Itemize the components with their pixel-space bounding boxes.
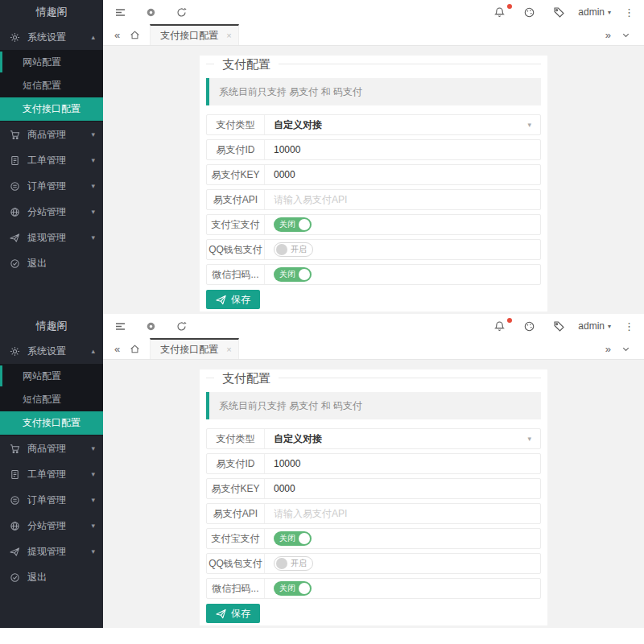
epay-id-input[interactable]: [274, 144, 531, 155]
epay-api-input[interactable]: [274, 194, 531, 205]
form-row-epay-key: 易支付KEY: [206, 164, 541, 185]
notification-dot: [507, 4, 512, 9]
caret-down-icon: ▾: [91, 496, 95, 504]
expand-right-icon[interactable]: »: [605, 29, 611, 41]
form-row-payment-type: 支付类型 自定义对接 ▾: [206, 114, 541, 135]
notification-dot: [507, 318, 512, 323]
sidebar-item-product-management[interactable]: 商品管理 ▾: [0, 122, 103, 147]
chevron-down-icon: ▾: [527, 435, 531, 443]
field-label: 易支付KEY: [207, 165, 265, 184]
gear-icon: [10, 345, 21, 357]
chevron-down-icon[interactable]: [621, 344, 631, 354]
tab-payment-interface-config[interactable]: 支付接口配置 ×: [150, 338, 238, 359]
content-area: 支付配置 系统目前只支持 易支付 和 码支付 支付类型 自定义对接 ▾ 易支付I…: [103, 360, 644, 628]
top-header: admin ▾ ⋮: [103, 314, 644, 338]
sidebar-item-withdraw-management[interactable]: 提现管理 ▾: [0, 539, 103, 564]
toggle-text: 关闭: [279, 219, 295, 230]
sidebar-item-sms-config[interactable]: 短信配置: [0, 74, 103, 97]
sidebar-item-website-config[interactable]: 网站配置: [0, 51, 103, 74]
field-value: [265, 190, 540, 209]
header-right-icons: admin ▾ ⋮: [493, 320, 634, 332]
bell-icon[interactable]: [493, 320, 506, 332]
sidebar-item-workorder-management[interactable]: 工单管理 ▾: [0, 461, 103, 487]
toggle-text: 开启: [291, 244, 307, 255]
qq-wallet-toggle[interactable]: 开启: [274, 556, 313, 571]
sidebar-item-workorder-management[interactable]: 工单管理 ▾: [0, 147, 103, 173]
epay-key-input[interactable]: [274, 483, 531, 494]
chevron-down-icon: ▾: [527, 121, 531, 129]
save-button[interactable]: 保存: [206, 604, 260, 623]
alipay-toggle[interactable]: 关闭: [274, 531, 312, 546]
sidebar-item-system-settings[interactable]: 系统设置 ▴: [0, 24, 103, 50]
home-icon[interactable]: [130, 344, 140, 354]
gear-icon[interactable]: [145, 6, 157, 19]
collapse-left-icon[interactable]: «: [114, 343, 120, 355]
order-icon: [10, 494, 21, 506]
caret-down-icon: ▾: [91, 130, 95, 138]
more-vertical-icon[interactable]: ⋮: [624, 321, 634, 332]
sidebar-item-label: 分站管理: [27, 205, 91, 219]
caret-down-icon: ▾: [91, 182, 95, 190]
sidebar-item-logout[interactable]: 退出: [0, 564, 103, 590]
document-icon: [10, 155, 21, 166]
toggle-knob: [276, 558, 287, 569]
refresh-icon[interactable]: [175, 320, 188, 332]
wechat-scan-toggle[interactable]: 关闭: [274, 267, 312, 282]
sidebar: 情趣阁 系统设置 ▴ 网站配置 短信配置 支付接口配置 商品管理 ▾ 工单: [0, 314, 103, 628]
sidebar-item-label: 退出: [27, 257, 95, 270]
sidebar-item-order-management[interactable]: 订单管理 ▾: [0, 173, 103, 199]
qq-wallet-toggle[interactable]: 开启: [274, 242, 313, 257]
plane-icon: [10, 546, 21, 557]
menu-toggle-icon[interactable]: [114, 320, 126, 332]
sidebar-item-logout[interactable]: 退出: [0, 250, 103, 276]
cart-icon: [10, 443, 21, 454]
alipay-toggle[interactable]: 关闭: [274, 217, 312, 232]
epay-api-input[interactable]: [274, 508, 531, 519]
collapse-left-icon[interactable]: «: [114, 29, 120, 41]
tag-icon[interactable]: [553, 320, 565, 332]
payment-type-select[interactable]: 自定义对接 ▾: [265, 429, 540, 448]
sidebar-item-website-config[interactable]: 网站配置: [0, 365, 103, 388]
user-menu[interactable]: admin ▾: [578, 320, 611, 332]
gear-icon[interactable]: [145, 320, 157, 332]
save-button[interactable]: 保存: [206, 290, 260, 309]
user-menu[interactable]: admin ▾: [578, 6, 611, 18]
home-icon[interactable]: [130, 30, 140, 40]
info-alert: 系统目前只支持 易支付 和 码支付: [206, 392, 541, 419]
form-row-epay-id: 易支付ID: [206, 453, 541, 474]
palette-icon[interactable]: [523, 320, 535, 332]
refresh-icon[interactable]: [175, 6, 188, 19]
chevron-down-icon[interactable]: [621, 30, 631, 40]
close-icon[interactable]: ×: [226, 31, 231, 40]
more-vertical-icon[interactable]: ⋮: [624, 7, 634, 18]
sidebar-item-payment-interface-config[interactable]: 支付接口配置: [0, 97, 103, 121]
sidebar-item-order-management[interactable]: 订单管理 ▾: [0, 487, 103, 513]
expand-right-icon[interactable]: »: [605, 343, 611, 355]
sidebar-submenu: 网站配置 短信配置 支付接口配置: [0, 364, 103, 436]
sidebar-item-sms-config[interactable]: 短信配置: [0, 388, 103, 411]
form-row-qq-wallet: QQ钱包支付 开启: [206, 553, 541, 574]
field-value: 关闭: [265, 215, 540, 234]
sidebar-item-system-settings[interactable]: 系统设置 ▴: [0, 338, 103, 364]
bell-icon[interactable]: [493, 6, 506, 19]
sidebar-item-label: 工单管理: [27, 468, 91, 481]
caret-up-icon: ▴: [91, 33, 95, 41]
sidebar-item-payment-interface-config[interactable]: 支付接口配置: [0, 411, 103, 435]
menu-toggle-icon[interactable]: [114, 6, 126, 19]
main-column: admin ▾ ⋮ « 支付接口配置 × »: [103, 0, 644, 314]
epay-id-input[interactable]: [274, 458, 531, 469]
tag-icon[interactable]: [553, 6, 565, 19]
tab-payment-interface-config[interactable]: 支付接口配置 ×: [150, 24, 238, 45]
sidebar-item-substation-management[interactable]: 分站管理 ▾: [0, 199, 103, 225]
palette-icon[interactable]: [523, 6, 535, 19]
close-icon[interactable]: ×: [226, 345, 231, 354]
payment-type-select[interactable]: 自定义对接 ▾: [265, 115, 540, 134]
app-logo: 情趣阁: [0, 0, 103, 24]
sidebar-item-product-management[interactable]: 商品管理 ▾: [0, 436, 103, 461]
sidebar-item-substation-management[interactable]: 分站管理 ▾: [0, 513, 103, 539]
wechat-scan-toggle[interactable]: 关闭: [274, 581, 312, 596]
form-row-epay-id: 易支付ID: [206, 139, 541, 160]
payment-config-card: 支付配置 系统目前只支持 易支付 和 码支付 支付类型 自定义对接 ▾ 易支付I…: [200, 369, 547, 625]
epay-key-input[interactable]: [274, 169, 531, 180]
sidebar-item-withdraw-management[interactable]: 提现管理 ▾: [0, 225, 103, 250]
